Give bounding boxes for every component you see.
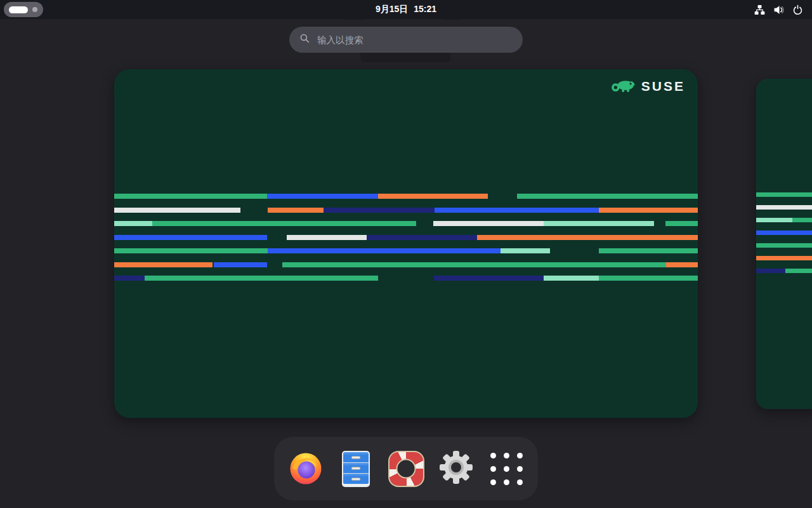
wallpaper-stripe xyxy=(214,262,267,267)
active-workspace-dot xyxy=(9,6,28,13)
dock-app-grid-button[interactable] xyxy=(488,450,525,488)
partial-workspace-wallpaper[interactable] xyxy=(756,79,812,409)
wallpaper-stripe xyxy=(114,248,268,253)
clock[interactable]: 9月15日 15:21 xyxy=(376,0,436,19)
dock-help-button[interactable] xyxy=(388,450,425,488)
wallpaper-stripe xyxy=(599,276,698,281)
wallpaper-stripe xyxy=(114,194,267,199)
wallpaper-stripe xyxy=(599,208,698,213)
wallpaper-stripe xyxy=(268,248,501,253)
wallpaper-stripe xyxy=(544,276,599,281)
search-input[interactable] xyxy=(316,34,513,46)
wallpaper-stripe xyxy=(756,231,812,235)
wallpaper-stripe xyxy=(114,262,213,267)
wallpaper-stripe xyxy=(756,205,812,210)
volume-icon xyxy=(773,4,784,15)
gear-icon xyxy=(437,448,475,489)
wallpaper-stripe xyxy=(152,221,416,226)
main-workspace-wallpaper[interactable]: SUSE xyxy=(114,69,698,418)
network-wired-icon xyxy=(754,4,765,15)
wallpaper-stripe xyxy=(145,276,378,281)
wallpaper-stripe xyxy=(756,256,812,260)
wallpaper-stripe xyxy=(756,243,812,248)
wallpaper-stripe xyxy=(785,269,812,273)
wallpaper-stripe xyxy=(517,194,698,199)
system-status-area[interactable] xyxy=(754,0,803,19)
wallpaper-stripe xyxy=(282,262,666,267)
wallpaper-stripe xyxy=(477,235,698,240)
power-icon xyxy=(792,4,803,15)
top-bar: 9月15日 15:21 xyxy=(0,0,812,19)
search-entry[interactable] xyxy=(289,27,523,53)
dock-settings-button[interactable] xyxy=(437,450,475,488)
wallpaper-stripe xyxy=(114,221,152,226)
wallpaper-stripe xyxy=(501,248,550,253)
suse-chameleon-icon xyxy=(611,77,636,96)
wallpaper-stripe xyxy=(666,262,698,267)
suse-logo: SUSE xyxy=(611,77,685,96)
wallpaper-stripe xyxy=(544,221,654,226)
dash-dock xyxy=(274,437,538,500)
wallpaper-stripe xyxy=(378,194,488,199)
wallpaper-stripe xyxy=(792,218,812,222)
inactive-workspace-dot xyxy=(32,7,37,12)
wallpaper-stripe xyxy=(114,235,267,240)
file-cabinet-icon xyxy=(342,451,370,487)
firefox-icon xyxy=(287,448,325,489)
wallpaper-stripe xyxy=(268,208,324,213)
wallpaper-stripe xyxy=(267,194,378,199)
app-grid-icon xyxy=(490,453,523,485)
suse-wordmark: SUSE xyxy=(641,79,685,94)
dock-firefox-button[interactable] xyxy=(287,450,325,488)
wallpaper-stripe xyxy=(599,248,698,253)
activities-workspace-indicator[interactable] xyxy=(4,2,43,17)
search-shadow-artifact xyxy=(360,53,450,62)
wallpaper-stripe xyxy=(435,208,599,213)
lifebuoy-icon xyxy=(388,451,424,487)
wallpaper-stripe xyxy=(324,208,435,213)
wallpaper-stripe xyxy=(114,208,240,213)
dock-files-button[interactable] xyxy=(337,450,375,488)
wallpaper-stripe xyxy=(114,276,145,281)
wallpaper-stripe xyxy=(367,235,477,240)
wallpaper-stripe xyxy=(665,221,698,226)
wallpaper-stripe xyxy=(756,218,792,222)
wallpaper-stripe xyxy=(287,235,367,240)
wallpaper-stripe xyxy=(434,276,544,281)
wallpaper-stripe xyxy=(433,221,544,226)
wallpaper-stripe xyxy=(756,269,785,273)
search-icon xyxy=(299,33,310,46)
wallpaper-stripe xyxy=(756,192,812,197)
